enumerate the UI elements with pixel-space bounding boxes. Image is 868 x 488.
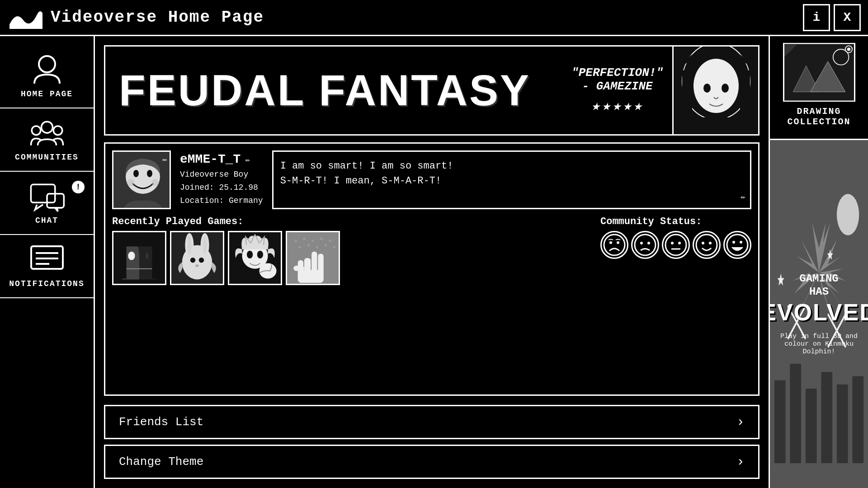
svg-point-24 xyxy=(146,253,148,259)
happy-icon xyxy=(695,234,718,256)
close-button[interactable]: X xyxy=(834,4,861,31)
community-status: Community Status: xyxy=(600,216,751,285)
svg-point-62 xyxy=(617,241,619,244)
bio-text: I am so smart! I am so smart!S-M-R-T! I … xyxy=(280,160,453,187)
game3-image xyxy=(229,232,281,284)
game-thumb-2[interactable] xyxy=(170,231,224,285)
communities-icon xyxy=(29,117,65,149)
svg-point-71 xyxy=(702,242,704,244)
emoji-very-happy[interactable] xyxy=(723,231,751,259)
sidebar-chat-label: CHAT xyxy=(35,216,58,225)
profile-info: eMME-T_T ✏ Videoverse Boy Joined: 25.12.… xyxy=(180,150,263,209)
svg-point-19 xyxy=(147,170,152,177)
game4-image xyxy=(287,232,339,284)
svg-rect-12 xyxy=(682,70,692,129)
info-button[interactable]: i xyxy=(803,4,830,31)
username-edit-icon[interactable]: ✏ xyxy=(245,155,250,164)
svg-point-21 xyxy=(151,179,159,186)
main-layout: HOME PAGE COMMUNITIES ! xyxy=(0,36,868,488)
change-theme-label: Change Theme xyxy=(119,455,203,469)
svg-point-64 xyxy=(640,242,643,244)
neutral-icon xyxy=(665,234,687,256)
svg-point-35 xyxy=(190,258,195,263)
svg-point-20 xyxy=(127,179,134,186)
svg-point-11 xyxy=(693,59,739,113)
sidebar-item-chat[interactable]: ! CHAT xyxy=(0,172,94,235)
hero-review-quote: "PERFECTION!" xyxy=(571,66,663,80)
home-page-icon xyxy=(29,54,65,86)
svg-point-3 xyxy=(53,126,62,135)
emoji-happy[interactable] xyxy=(693,231,721,259)
sidebar-communities-label: COMMUNITIES xyxy=(15,153,79,162)
hero-review-source: - GAMEZINE xyxy=(582,80,653,93)
title-left: Videoverse Home Page xyxy=(7,4,264,31)
hero-review: "PERFECTION!" - GAMEZINE ★★★★★ xyxy=(562,57,672,124)
svg-point-93 xyxy=(837,194,859,235)
emoji-neutral[interactable] xyxy=(662,231,690,259)
bio-edit-icon[interactable]: ✏ xyxy=(741,191,745,203)
sidebar: HOME PAGE COMMUNITIES ! xyxy=(0,36,95,488)
profile-bio: I am so smart! I am so smart!S-M-R-T! I … xyxy=(272,150,751,209)
svg-point-72 xyxy=(709,242,712,244)
svg-rect-96 xyxy=(806,389,817,463)
svg-point-41 xyxy=(257,251,263,258)
svg-rect-94 xyxy=(774,380,786,463)
avatar-edit-icon[interactable]: ✏ xyxy=(162,154,167,164)
friends-list-button[interactable]: Friends List › xyxy=(104,405,760,439)
svg-point-61 xyxy=(609,241,612,244)
very-happy-icon xyxy=(726,234,749,256)
games-community: Recently Played Games: xyxy=(112,216,751,285)
character-illustration xyxy=(675,45,757,136)
profile-username: eMME-T_T ✏ xyxy=(180,152,263,166)
sidebar-item-notifications[interactable]: NOTIFICATIONS xyxy=(0,235,94,298)
friends-list-label: Friends List xyxy=(119,415,203,429)
content-area: FEUDAL FANTASY "PERFECTION!" - GAMEZINE … xyxy=(95,36,769,488)
svg-point-40 xyxy=(247,251,253,258)
notifications-icon xyxy=(29,244,65,276)
ad-subtitle: EVOLVED xyxy=(770,299,868,326)
svg-rect-28 xyxy=(120,236,159,247)
svg-point-75 xyxy=(740,241,742,244)
svg-point-73 xyxy=(727,235,748,255)
svg-point-55 xyxy=(299,246,302,249)
hero-game-title: FEUDAL FANTASY xyxy=(105,66,562,115)
svg-point-34 xyxy=(203,236,207,255)
svg-rect-99 xyxy=(852,376,863,464)
svg-point-23 xyxy=(128,252,135,260)
ad-title: GAMINGHAS xyxy=(799,272,838,299)
profile-location: Location: Germany xyxy=(180,194,263,207)
svg-point-18 xyxy=(133,170,139,177)
drawing-collection[interactable]: DRAWINGCOLLECTION xyxy=(770,36,868,140)
svg-point-74 xyxy=(732,241,735,244)
svg-rect-13 xyxy=(740,70,750,129)
profile-top: ✏ eMME-T_T ✏ Videoverse Boy Joined: 25.1… xyxy=(112,150,751,209)
profile-avatar: ✏ xyxy=(112,150,171,209)
right-panel: DRAWINGCOLLECTION xyxy=(769,36,868,488)
chat-notification-badge: ! xyxy=(72,181,85,193)
game-thumb-4[interactable] xyxy=(286,231,340,285)
title-buttons: i X xyxy=(803,4,861,31)
profile-subtitle: Videoverse Boy xyxy=(180,168,263,181)
profile-section: ✏ eMME-T_T ✏ Videoverse Boy Joined: 25.1… xyxy=(104,142,760,396)
drawing-collection-label: DRAWINGCOLLECTION xyxy=(787,106,850,127)
emoji-sad[interactable] xyxy=(631,231,659,259)
svg-point-65 xyxy=(647,242,650,244)
game-thumb-3[interactable] xyxy=(228,231,282,285)
change-theme-button[interactable]: Change Theme › xyxy=(104,445,760,479)
svg-rect-95 xyxy=(790,364,801,463)
svg-point-57 xyxy=(316,246,319,249)
hero-stars: ★★★★★ xyxy=(591,97,643,115)
svg-point-66 xyxy=(665,235,686,255)
sidebar-item-home-page[interactable]: HOME PAGE xyxy=(0,45,94,108)
emoji-very-sad[interactable] xyxy=(600,231,628,259)
sidebar-notifications-label: NOTIFICATIONS xyxy=(9,279,84,288)
change-theme-chevron: › xyxy=(736,454,745,469)
game2-image xyxy=(171,232,223,284)
sidebar-item-communities[interactable]: COMMUNITIES xyxy=(0,108,94,172)
ad-panel: GAMINGHAS EVOLVED Play in full 3D and co… xyxy=(770,140,868,488)
svg-rect-98 xyxy=(837,385,848,463)
svg-point-81 xyxy=(847,47,850,51)
sad-icon xyxy=(634,234,656,256)
action-buttons: Friends List › Change Theme › xyxy=(104,405,760,479)
game-thumb-1[interactable] xyxy=(112,231,166,285)
